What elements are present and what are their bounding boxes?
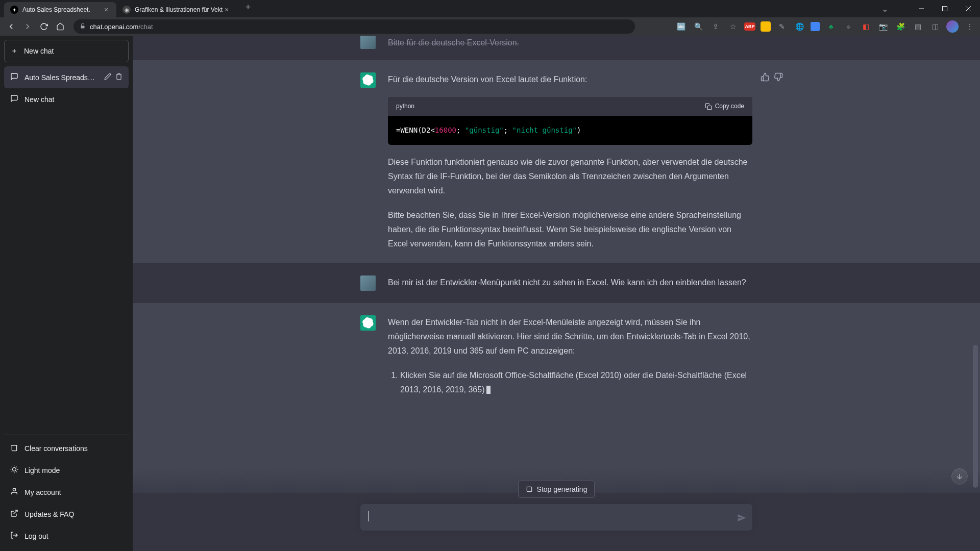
clear-conversations-button[interactable]: Clear conversations <box>4 437 129 459</box>
logout-icon <box>10 531 18 541</box>
message-content: Für die deutsche Version von Excel laute… <box>388 72 752 251</box>
browser-tab-active[interactable]: ✦ Auto Sales Spreadsheet. × <box>4 2 116 17</box>
plus-icon: ＋ <box>11 46 18 56</box>
assistant-message: Für die deutsche Version von Excel laute… <box>133 60 980 263</box>
footer-label: Light mode <box>24 466 60 474</box>
list-item: Klicken Sie auf die Microsoft Office-Sch… <box>400 368 752 397</box>
input-area: Stop generating <box>133 468 980 551</box>
chevron-down-icon[interactable]: ⌄ <box>881 4 888 14</box>
footer-label: Clear conversations <box>24 444 88 453</box>
address-bar[interactable]: chat.openai.com/chat <box>74 19 635 34</box>
send-button[interactable] <box>737 513 746 524</box>
ordered-list: Klicken Sie auf die Microsoft Office-Sch… <box>388 368 752 397</box>
back-button[interactable] <box>4 19 18 34</box>
code-header: python Copy code <box>388 97 752 116</box>
sidebar-footer: Clear conversations Light mode My accoun… <box>4 435 129 547</box>
my-account-button[interactable]: My account <box>4 481 129 503</box>
zoom-icon[interactable]: 🔍 <box>692 20 704 33</box>
message-input[interactable] <box>360 504 752 531</box>
footer-label: My account <box>24 488 61 496</box>
user-message: Bei mir ist der Entwickler-Menüpunkt nic… <box>133 263 980 303</box>
menu-icon[interactable]: ⋮ <box>964 20 976 33</box>
clipboard-icon <box>705 103 712 110</box>
profile-avatar[interactable] <box>946 20 959 33</box>
url-text: chat.openai.com/chat <box>90 23 153 31</box>
code-language: python <box>396 101 414 112</box>
stop-generating-button[interactable]: Stop generating <box>518 481 595 498</box>
generic-favicon-icon: ◉ <box>122 6 131 14</box>
updates-faq-button[interactable]: Updates & FAQ <box>4 503 129 525</box>
edit-icon[interactable] <box>104 73 111 82</box>
app-container: ＋ New chat Auto Sales Spreadshee New cha… <box>0 36 980 551</box>
message-text: Diese Funktion funktioniert genauso wie … <box>388 155 752 198</box>
svg-rect-17 <box>707 106 712 110</box>
svg-line-15 <box>14 510 17 514</box>
logout-button[interactable]: Log out <box>4 525 129 547</box>
message-content: Wenn der Entwickler-Tab nicht in der Exc… <box>388 315 752 401</box>
scrollbar-thumb[interactable] <box>973 345 978 488</box>
conversation-list: Auto Sales Spreadshee New chat <box>4 66 129 435</box>
conversation-item-active[interactable]: Auto Sales Spreadshee <box>4 66 129 88</box>
sun-icon <box>10 465 18 475</box>
new-chat-button[interactable]: ＋ New chat <box>4 40 129 62</box>
assistant-avatar <box>360 315 376 331</box>
browser-toolbar: chat.openai.com/chat 🔤 🔍 ⇪ ☆ ABP ✎ 🌐 ♣ ⟐… <box>0 17 980 36</box>
side-panel-icon[interactable]: ◫ <box>929 20 941 33</box>
svg-rect-19 <box>527 487 531 491</box>
reading-list-icon[interactable]: ▤ <box>912 20 924 33</box>
svg-point-14 <box>13 488 15 491</box>
chat-icon <box>10 94 18 104</box>
extension-icon[interactable] <box>811 22 820 31</box>
message-text: Wenn der Entwickler-Tab nicht in der Exc… <box>388 315 752 358</box>
close-window-button[interactable] <box>957 0 980 17</box>
extension-icon[interactable]: ◧ <box>860 20 872 33</box>
thumbs-down-button[interactable] <box>774 72 783 84</box>
maximize-button[interactable] <box>933 0 957 17</box>
toolbar-actions: 🔤 🔍 ⇪ ☆ ABP ✎ 🌐 ♣ ⟐ ◧ 📷 🧩 ▤ ◫ ⋮ <box>675 20 976 33</box>
trash-icon <box>10 443 18 453</box>
share-icon[interactable]: ⇪ <box>709 20 722 33</box>
stop-icon <box>526 486 533 493</box>
svg-line-13 <box>16 467 17 467</box>
svg-rect-1 <box>943 7 947 11</box>
sidebar: ＋ New chat Auto Sales Spreadshee New cha… <box>0 36 133 551</box>
extension-icon[interactable]: ⟐ <box>842 20 854 33</box>
chat-main: Bitte für die deutsche Excel-Version. Fü… <box>133 36 980 551</box>
minimize-button[interactable] <box>910 0 933 17</box>
code-block: python Copy code =WENN(D2<16000; "günsti… <box>388 97 752 145</box>
browser-tab-inactive[interactable]: ◉ Grafiken & Illustrationen für Vekt × <box>116 2 237 17</box>
globe-icon[interactable]: 🌐 <box>793 20 805 33</box>
conversation-item[interactable]: New chat <box>4 88 129 110</box>
conversation-label: New chat <box>24 95 122 104</box>
extension-icon[interactable]: ✎ <box>776 20 788 33</box>
forward-button[interactable] <box>20 19 35 34</box>
bookmark-icon[interactable]: ☆ <box>727 20 739 33</box>
code-content: =WENN(D2<16000; "günstig"; "nicht günsti… <box>388 116 752 145</box>
close-icon[interactable]: × <box>223 6 231 14</box>
copy-code-button[interactable]: Copy code <box>705 101 744 112</box>
camera-icon[interactable]: 📷 <box>877 20 889 33</box>
adblock-icon[interactable]: ABP <box>744 22 755 31</box>
svg-line-12 <box>12 471 12 472</box>
browser-titlebar: ✦ Auto Sales Spreadsheet. × ◉ Grafiken &… <box>0 0 980 17</box>
extension-icon[interactable]: ♣ <box>825 20 837 33</box>
svg-line-9 <box>16 471 17 472</box>
svg-point-5 <box>13 468 16 471</box>
light-mode-button[interactable]: Light mode <box>4 459 129 481</box>
scrollbar[interactable] <box>972 36 979 551</box>
tab-strip: ✦ Auto Sales Spreadsheet. × ◉ Grafiken &… <box>4 0 255 17</box>
external-link-icon <box>10 509 18 519</box>
new-chat-label: New chat <box>24 47 54 55</box>
extensions-menu-icon[interactable]: 🧩 <box>894 20 906 33</box>
home-button[interactable] <box>53 19 67 34</box>
trash-icon[interactable] <box>115 73 122 82</box>
close-icon[interactable]: × <box>102 6 110 14</box>
keep-icon[interactable] <box>761 21 771 32</box>
assistant-message-generating: Wenn der Entwickler-Tab nicht in der Exc… <box>133 303 980 493</box>
new-tab-button[interactable]: + <box>241 0 255 14</box>
reload-button[interactable] <box>37 19 51 34</box>
translate-icon[interactable]: 🔤 <box>675 20 687 33</box>
footer-label: Log out <box>24 532 48 540</box>
thumbs-up-button[interactable] <box>761 72 770 84</box>
generating-cursor-icon <box>486 386 491 394</box>
